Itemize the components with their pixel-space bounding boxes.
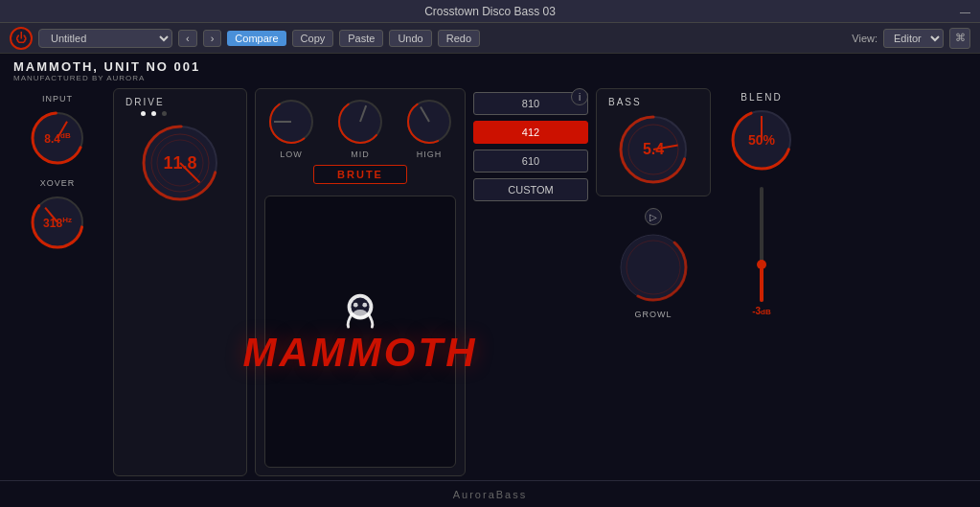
input-knob[interactable]: 8.4dB	[27, 107, 88, 169]
drive-label: DRIVE	[125, 97, 165, 107]
view-label: View:	[852, 33, 877, 44]
toolbar: ⏻ Untitled ‹ › Compare Copy Paste Undo R…	[0, 23, 980, 54]
mammoth-text: MAMMOTH	[243, 333, 478, 373]
eq-high-knob[interactable]	[404, 97, 454, 147]
eq-knobs-row: LOW MID	[266, 97, 454, 159]
plugin-body: MAMMOTH, UNIT NO 001 MANUFACTURED BY AUR…	[0, 54, 980, 480]
svg-point-24	[353, 310, 367, 319]
growl-info-button[interactable]: ▷	[645, 208, 662, 225]
input-label: INPUT	[42, 94, 73, 104]
plugin-name: MAMMOTH, UNIT NO 001	[13, 59, 967, 74]
fader-track[interactable]	[760, 187, 763, 302]
xover-section: XOVER 318Hz	[10, 178, 105, 253]
drive-value: 11.8	[163, 153, 196, 173]
fader-thumb[interactable]	[757, 260, 766, 269]
brute-button[interactable]: BRUTE	[313, 165, 407, 184]
eq-panel: LOW MID	[255, 88, 466, 476]
eq-mid-label: MID	[351, 150, 370, 159]
window-title: Crosstown Disco Bass 03	[424, 5, 556, 18]
blend-panel: BLEND 50% -3dB	[718, 88, 805, 476]
drive-knob[interactable]: 11.8	[137, 120, 223, 206]
growl-label: GROWL	[634, 310, 672, 319]
bass-knob[interactable]: 5.4	[615, 111, 692, 188]
input-value: 8.4dB	[44, 131, 70, 146]
drive-dot-3	[162, 111, 167, 116]
left-panel: INPUT 8.4dB XOVER	[10, 88, 105, 476]
footer-brand: AuroraBass	[453, 489, 527, 500]
bass-value: 5.4	[643, 141, 664, 158]
drive-dot-2	[151, 111, 156, 116]
redo-button[interactable]: Redo	[438, 30, 480, 47]
nav-back-button[interactable]: ‹	[178, 30, 197, 47]
plugin-header: MAMMOTH, UNIT NO 001 MANUFACTURED BY AUR…	[0, 54, 980, 84]
growl-knob[interactable]	[615, 229, 692, 306]
xover-label: XOVER	[40, 178, 76, 188]
eq-high-label: HIGH	[417, 150, 443, 159]
preset-custom-button[interactable]: CUSTOM	[473, 178, 588, 201]
nav-fwd-button[interactable]: ›	[203, 30, 222, 47]
link-button[interactable]: ⌘	[949, 28, 970, 49]
preset-dropdown[interactable]: Untitled	[38, 29, 172, 48]
eq-low-label: LOW	[280, 150, 303, 159]
eq-mid-knob[interactable]	[335, 97, 385, 147]
eq-high-wrap: HIGH	[404, 97, 454, 159]
compare-button[interactable]: Compare	[227, 31, 285, 46]
power-button[interactable]: ⏻	[10, 27, 33, 50]
undo-button[interactable]: Undo	[389, 30, 431, 47]
title-bar: Crosstown Disco Bass 03 —	[0, 0, 980, 23]
blend-label: BLEND	[741, 92, 782, 103]
fader-section: -3dB	[752, 177, 771, 326]
mammoth-logo-area: MAMMOTH	[264, 196, 456, 468]
plugin-subtitle: MANUFACTURED BY AURORA	[13, 74, 967, 82]
svg-point-22	[353, 303, 358, 308]
xover-knob[interactable]: 318Hz	[27, 192, 88, 253]
plugin-content: INPUT 8.4dB XOVER	[0, 84, 980, 480]
fader-value: -3dB	[752, 306, 771, 316]
drive-dot-1	[141, 111, 146, 116]
drive-panel: DRIVE 11.8	[113, 88, 247, 476]
bass-panel: BASS 5.4	[596, 88, 711, 196]
copy-button[interactable]: Copy	[292, 30, 334, 47]
svg-point-23	[362, 303, 367, 308]
preset-info-button[interactable]: i	[571, 88, 588, 105]
window-close-button[interactable]: —	[960, 6, 970, 17]
bass-growl-col: BASS 5.4 ▷	[596, 88, 711, 476]
preset-412-button[interactable]: 412	[473, 121, 588, 144]
bass-label: BASS	[608, 97, 642, 107]
preset-610-button[interactable]: 610	[473, 150, 588, 173]
drive-dots	[141, 111, 167, 116]
mammoth-skull-icon	[336, 290, 384, 329]
paste-button[interactable]: Paste	[339, 30, 383, 47]
blend-value: 50%	[748, 132, 775, 148]
eq-low-knob[interactable]	[266, 97, 316, 147]
growl-panel: ▷ GROWL	[615, 204, 692, 323]
eq-low-wrap: LOW	[266, 97, 316, 159]
input-section: INPUT 8.4dB	[10, 94, 105, 169]
view-select[interactable]: Editor	[883, 29, 944, 48]
plugin-footer: AuroraBass	[0, 480, 980, 507]
mammoth-logo: MAMMOTH	[243, 290, 478, 373]
xover-value: 318Hz	[43, 216, 72, 230]
eq-mid-wrap: MID	[335, 97, 385, 159]
blend-knob[interactable]: 50%	[728, 106, 795, 173]
preset-panel: i 810 412 610 CUSTOM	[473, 88, 588, 476]
